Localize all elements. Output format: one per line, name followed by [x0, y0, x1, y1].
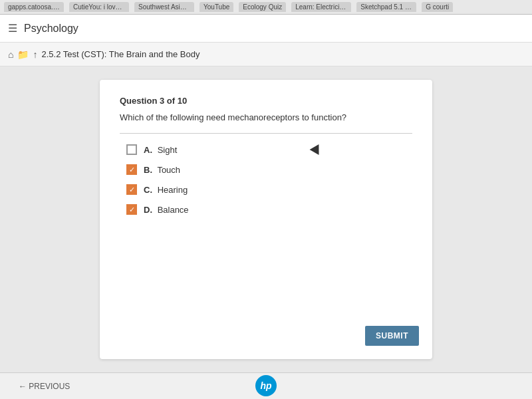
option-d-text: Balance — [158, 205, 189, 215]
breadcrumb-bar: ⌂ 📁 ↑ 2.5.2 Test (CST): The Brain and th… — [0, 43, 532, 66]
option-d-letter: D. — [144, 205, 152, 215]
option-b-label: B. Touch — [144, 165, 180, 175]
home-icon[interactable]: ⌂ — [8, 49, 13, 60]
option-c-text: Hearing — [158, 185, 188, 195]
browser-tab-3[interactable]: Southwest Asia His... — [134, 2, 194, 12]
option-a-text: Sight — [158, 145, 178, 155]
browser-tab-6[interactable]: Learn: Electricity Re... — [291, 2, 351, 12]
option-d-label: D. Balance — [144, 205, 189, 215]
option-b-text: Touch — [157, 165, 180, 175]
folder-icon[interactable]: 📁 — [17, 49, 29, 60]
browser-tab-2[interactable]: CutieYou: i love you... — [69, 2, 129, 12]
browser-tab-8[interactable]: G courti — [422, 2, 453, 12]
option-d-row[interactable]: D. Balance — [126, 204, 412, 215]
checkbox-c[interactable] — [126, 184, 137, 195]
option-a-row[interactable]: A. Sight — [126, 144, 412, 155]
answer-options: A. Sight B. Touch C. Hearing — [120, 144, 412, 215]
browser-tab-1[interactable]: gapps.catoosa.k12.ga.us bookmarks — [4, 2, 64, 12]
option-b-letter: B. — [144, 165, 152, 175]
browser-bar: gapps.catoosa.k12.ga.us bookmarks CutieY… — [0, 0, 532, 15]
app-header: ☰ Psychology — [0, 15, 532, 43]
hp-circle-icon: hp — [255, 375, 277, 396]
checkbox-a[interactable] — [126, 144, 137, 155]
main-content: Question 3 of 10 Which of the following … — [0, 66, 532, 372]
option-a-letter: A. — [144, 145, 152, 155]
option-c-letter: C. — [144, 185, 152, 195]
hamburger-icon[interactable]: ☰ — [8, 22, 17, 35]
option-c-label: C. Hearing — [144, 185, 188, 195]
browser-tab-4[interactable]: YouTube — [200, 2, 233, 12]
question-number: Question 3 of 10 — [120, 96, 412, 106]
browser-tab-5[interactable]: Ecology Quiz — [239, 2, 286, 12]
hp-logo: hp — [246, 372, 286, 399]
quiz-card: Question 3 of 10 Which of the following … — [100, 80, 432, 359]
question-text: Which of the following need mechanorecep… — [120, 112, 412, 122]
divider — [120, 133, 412, 134]
browser-tab-7[interactable]: Sketchpad 5.1 · Dra... — [356, 2, 416, 12]
previous-button[interactable]: ← PREVIOUS — [13, 379, 75, 394]
bottom-nav: ← PREVIOUS hp — [0, 372, 532, 399]
option-b-row[interactable]: B. Touch — [126, 164, 412, 175]
breadcrumb-arrow: ↑ — [33, 49, 37, 60]
option-a-label: A. Sight — [144, 145, 177, 155]
submit-button[interactable]: SUBMIT — [365, 326, 419, 346]
checkbox-d[interactable] — [126, 204, 137, 215]
option-c-row[interactable]: C. Hearing — [126, 184, 412, 195]
breadcrumb: 2.5.2 Test (CST): The Brain and the Body — [41, 49, 200, 59]
checkbox-b[interactable] — [126, 164, 137, 175]
app-title: Psychology — [24, 23, 78, 35]
